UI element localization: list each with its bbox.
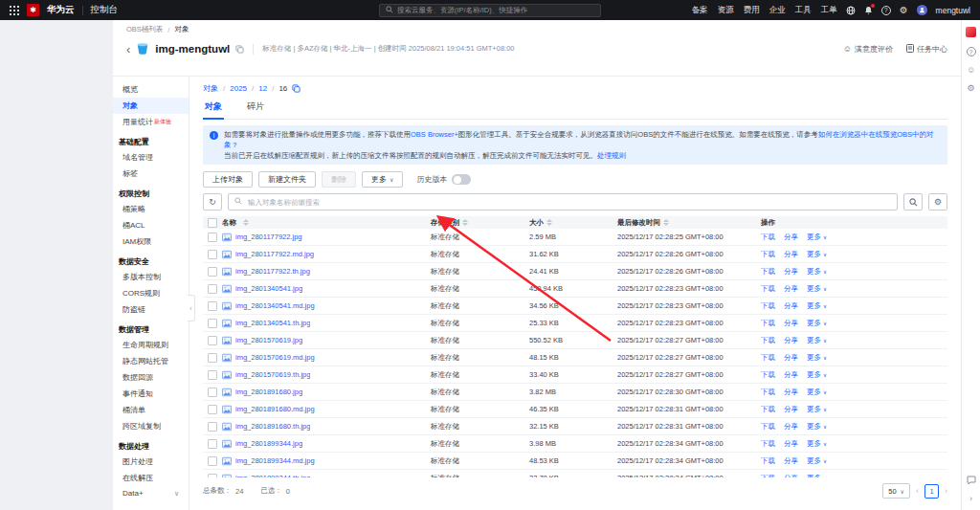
row-action-download[interactable]: 下载 bbox=[761, 456, 775, 466]
header-nav-item[interactable]: 费用 bbox=[744, 5, 760, 16]
refresh-button[interactable]: ↻ bbox=[203, 193, 222, 211]
column-modified[interactable]: 最后修改时间 bbox=[617, 218, 660, 228]
row-action-download[interactable]: 下载 bbox=[761, 474, 775, 478]
row-action-download[interactable]: 下载 bbox=[761, 267, 775, 277]
help-icon[interactable]: ? bbox=[967, 47, 976, 56]
sidebar-item[interactable]: 防盗链 bbox=[113, 301, 189, 318]
row-checkbox[interactable] bbox=[208, 319, 217, 328]
row-action-share[interactable]: 分享 bbox=[784, 474, 798, 478]
sidebar-item[interactable]: 域名管理 bbox=[113, 149, 189, 166]
console-link[interactable]: 控制台 bbox=[91, 4, 119, 16]
sidebar-item[interactable]: 数据回源 bbox=[113, 369, 189, 386]
row-action-download[interactable]: 下载 bbox=[761, 319, 775, 328]
row-action-share[interactable]: 分享 bbox=[784, 250, 798, 259]
select-all-checkbox[interactable] bbox=[208, 218, 217, 228]
global-search-input[interactable]: 搜索云服务、资源(IP/名称/ID)、快捷操作 bbox=[379, 4, 601, 17]
sidebar-item[interactable]: 概览 bbox=[113, 81, 189, 98]
advanced-search-button[interactable] bbox=[903, 193, 923, 211]
header-nav-item[interactable]: 企业 bbox=[769, 5, 786, 16]
row-action-download[interactable]: 下载 bbox=[761, 422, 775, 432]
banner-link[interactable]: OBS Browser+ bbox=[411, 130, 458, 139]
row-action-download[interactable]: 下载 bbox=[761, 301, 775, 311]
row-action-download[interactable]: 下载 bbox=[761, 370, 775, 380]
row-action-share[interactable]: 分享 bbox=[784, 353, 798, 363]
row-checkbox[interactable] bbox=[208, 336, 217, 345]
sidebar-item[interactable]: 生命周期规则 bbox=[113, 337, 189, 353]
row-action-download[interactable]: 下载 bbox=[761, 388, 775, 397]
sort-icon[interactable] bbox=[663, 219, 669, 226]
row-action-more[interactable]: 更多∨ bbox=[807, 422, 827, 432]
sort-icon[interactable] bbox=[546, 219, 552, 226]
apps-grid-icon[interactable] bbox=[10, 6, 19, 15]
task-center-button[interactable]: 任务中心 bbox=[906, 44, 947, 55]
upload-object-button[interactable]: 上传对象 bbox=[203, 171, 253, 188]
brand-name[interactable]: 华为云 bbox=[47, 4, 75, 16]
object-name-link[interactable]: img_2801891680.th.jpg bbox=[235, 422, 310, 431]
more-button[interactable]: 更多∨ bbox=[362, 171, 403, 188]
feedback-icon[interactable]: ☺ bbox=[967, 66, 975, 75]
row-checkbox[interactable] bbox=[208, 439, 217, 449]
object-name-link[interactable]: img_2801570619.jpg bbox=[235, 336, 302, 344]
current-page[interactable]: 1 bbox=[924, 484, 939, 499]
row-action-download[interactable]: 下载 bbox=[761, 284, 775, 294]
row-action-more[interactable]: 更多∨ bbox=[807, 301, 827, 311]
object-name-link[interactable]: img_2801899344.md.jpg bbox=[235, 456, 315, 465]
row-action-more[interactable]: 更多∨ bbox=[807, 405, 827, 414]
copy-path-icon[interactable] bbox=[292, 84, 301, 93]
row-checkbox[interactable] bbox=[208, 250, 217, 259]
row-action-more[interactable]: 更多∨ bbox=[807, 353, 827, 363]
row-checkbox[interactable] bbox=[208, 267, 217, 277]
row-action-more[interactable]: 更多∨ bbox=[807, 250, 827, 259]
row-action-more[interactable]: 更多∨ bbox=[807, 439, 827, 449]
next-page-button[interactable]: › bbox=[945, 486, 947, 496]
new-folder-button[interactable]: 新建文件夹 bbox=[258, 171, 316, 188]
row-action-download[interactable]: 下载 bbox=[761, 250, 775, 259]
delete-button[interactable]: 删除 bbox=[322, 171, 356, 188]
banner-link[interactable]: 处理规则 bbox=[597, 151, 626, 160]
row-action-share[interactable]: 分享 bbox=[784, 456, 798, 466]
object-name-link[interactable]: img_2801570619.th.jpg bbox=[235, 370, 310, 379]
sidebar-item[interactable]: 图片处理 bbox=[113, 454, 189, 470]
sidebar-item[interactable]: 跨区域复制 bbox=[113, 418, 189, 434]
header-nav-item[interactable]: 资源 bbox=[718, 5, 734, 16]
sidebar-item[interactable]: 在线解压 bbox=[113, 470, 189, 486]
row-checkbox[interactable] bbox=[208, 456, 217, 466]
row-action-more[interactable]: 更多∨ bbox=[807, 388, 827, 397]
row-action-more[interactable]: 更多∨ bbox=[807, 319, 827, 328]
path-segment[interactable]: 2025 bbox=[230, 84, 247, 93]
path-segment[interactable]: 12 bbox=[258, 84, 267, 93]
row-action-share[interactable]: 分享 bbox=[784, 422, 798, 432]
sidebar-item[interactable]: 多版本控制 bbox=[113, 269, 189, 285]
row-checkbox[interactable] bbox=[208, 422, 217, 432]
breadcrumb-root[interactable]: OBS桶列表 bbox=[126, 25, 163, 34]
prev-page-button[interactable]: ‹ bbox=[916, 486, 919, 496]
object-search-input[interactable] bbox=[246, 197, 891, 208]
object-name-link[interactable]: img_2801177922.th.jpg bbox=[235, 267, 310, 276]
object-name-link[interactable]: img_2801891680.md.jpg bbox=[235, 405, 315, 413]
path-segment[interactable]: 对象 bbox=[203, 83, 218, 94]
row-checkbox[interactable] bbox=[208, 474, 217, 478]
object-name-link[interactable]: img_2801340541.jpg bbox=[235, 284, 302, 293]
tab[interactable]: 碎片 bbox=[245, 98, 266, 119]
history-version-toggle[interactable] bbox=[452, 174, 471, 185]
settings-icon[interactable]: ⚙ bbox=[900, 5, 908, 15]
row-checkbox[interactable] bbox=[208, 370, 217, 380]
header-nav-item[interactable]: 工具 bbox=[795, 5, 812, 16]
sidebar-item[interactable]: CORS规则 bbox=[113, 285, 189, 301]
sidebar-item[interactable]: 对象 bbox=[113, 98, 189, 114]
app-icon[interactable] bbox=[966, 27, 976, 37]
row-action-more[interactable]: 更多∨ bbox=[807, 267, 827, 277]
settings-icon[interactable]: ⚙ bbox=[967, 84, 974, 93]
object-name-link[interactable]: img_2801177922.jpg bbox=[235, 233, 302, 241]
row-action-download[interactable]: 下载 bbox=[761, 336, 775, 345]
row-action-share[interactable]: 分享 bbox=[784, 370, 798, 380]
object-name-link[interactable]: img_2801899344.th.jpg bbox=[235, 474, 310, 477]
object-name-link[interactable]: img_2801570619.md.jpg bbox=[235, 353, 315, 362]
row-action-download[interactable]: 下载 bbox=[761, 439, 775, 449]
object-name-link[interactable]: img_2801177922.md.jpg bbox=[235, 250, 314, 258]
column-name[interactable]: 名称 bbox=[222, 218, 236, 228]
column-storage-class[interactable]: 存储类别 bbox=[431, 218, 459, 228]
row-action-share[interactable]: 分享 bbox=[784, 301, 798, 311]
row-action-more[interactable]: 更多∨ bbox=[807, 456, 827, 466]
row-action-share[interactable]: 分享 bbox=[784, 284, 798, 294]
